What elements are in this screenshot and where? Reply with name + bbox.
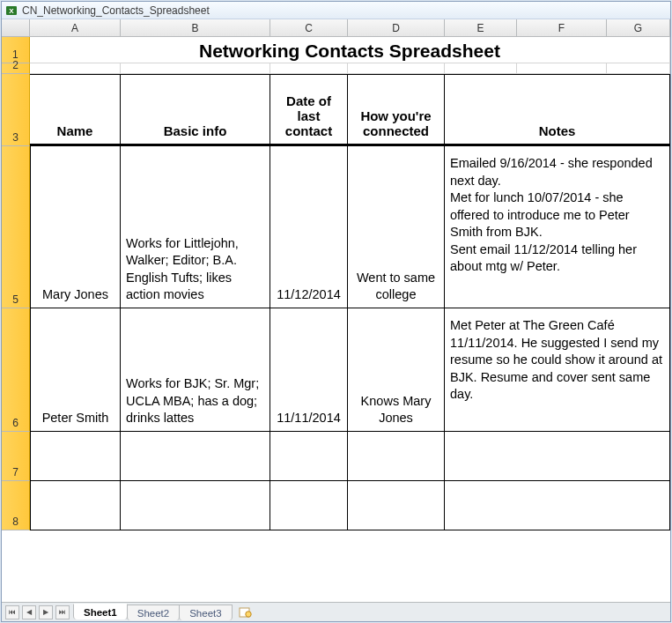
- prev-sheet-button[interactable]: ◀: [22, 605, 36, 619]
- col-header-E[interactable]: E: [445, 19, 517, 36]
- select-all-corner[interactable]: [2, 19, 30, 36]
- sheet-tab-bar: ⏮ ◀ ▶ ⏭ Sheet1 Sheet2 Sheet3: [2, 602, 670, 621]
- svg-point-3: [245, 611, 250, 616]
- spreadsheet-grid[interactable]: A B C D E F G 1 Networking Contacts Spre…: [2, 19, 670, 602]
- cell-EFG7[interactable]: [445, 432, 670, 481]
- cell-F2[interactable]: [517, 63, 607, 74]
- last-sheet-button[interactable]: ⏭: [55, 605, 70, 619]
- cell-name-1[interactable]: Peter Smith: [30, 308, 121, 432]
- tab-sheet3[interactable]: Sheet3: [179, 604, 232, 620]
- svg-text:X: X: [9, 7, 14, 15]
- tab-sheet1[interactable]: Sheet1: [73, 604, 128, 619]
- cell-date-0[interactable]: 11/12/2014: [270, 146, 348, 308]
- new-sheet-button[interactable]: [237, 606, 255, 619]
- row-1: 1 Networking Contacts Spreadsheet: [2, 37, 670, 63]
- cell-connected-1[interactable]: Knows Mary Jones: [348, 308, 445, 432]
- cell-D7[interactable]: [348, 432, 445, 481]
- col-header-G[interactable]: G: [607, 19, 670, 36]
- row-2: 2: [2, 63, 670, 74]
- cell-C8[interactable]: [270, 481, 348, 530]
- cell-EFG8[interactable]: [445, 481, 670, 530]
- cell-D2[interactable]: [348, 63, 445, 74]
- cell-A2[interactable]: [30, 63, 121, 74]
- title-cell[interactable]: Networking Contacts Spreadsheet: [30, 37, 670, 63]
- header-notes[interactable]: Notes: [445, 74, 670, 146]
- row-7: 7: [2, 432, 670, 481]
- col-header-F[interactable]: F: [517, 19, 607, 36]
- col-header-A[interactable]: A: [30, 19, 121, 36]
- row-5: 5 Mary Jones Works for Littlejohn, Walke…: [2, 146, 670, 308]
- excel-icon: X: [5, 4, 18, 17]
- col-header-B[interactable]: B: [121, 19, 270, 36]
- row-header-3[interactable]: 3: [2, 74, 30, 146]
- row-8: 8: [2, 481, 670, 530]
- cell-A7[interactable]: [30, 432, 121, 481]
- tab-sheet2[interactable]: Sheet2: [127, 604, 180, 620]
- row-header-5[interactable]: 5: [2, 146, 30, 308]
- row-header-8[interactable]: 8: [2, 481, 30, 530]
- row-header-2[interactable]: 2: [2, 63, 30, 74]
- row-6: 6 Peter Smith Works for BJK; Sr. Mgr; UC…: [2, 308, 670, 432]
- col-header-C[interactable]: C: [270, 19, 348, 36]
- cell-C7[interactable]: [270, 432, 348, 481]
- cell-notes-1[interactable]: Met Peter at The Green Café 11/11/2014. …: [445, 308, 670, 432]
- first-sheet-button[interactable]: ⏮: [5, 605, 19, 619]
- cell-B2[interactable]: [121, 63, 270, 74]
- window-title: CN_Networking_Contacts_Spreadsheet: [22, 4, 210, 17]
- grid-rows: 1 Networking Contacts Spreadsheet 2 3 Na…: [2, 37, 670, 602]
- row-header-7[interactable]: 7: [2, 432, 30, 481]
- col-header-D[interactable]: D: [348, 19, 445, 36]
- next-sheet-button[interactable]: ▶: [39, 605, 53, 619]
- cell-notes-0[interactable]: Emailed 9/16/2014 - she responded next d…: [445, 146, 670, 308]
- titlebar: X CN_Networking_Contacts_Spreadsheet: [2, 2, 670, 19]
- sheet-nav-buttons: ⏮ ◀ ▶ ⏭: [2, 605, 73, 619]
- header-name[interactable]: Name: [30, 74, 121, 146]
- cell-basicinfo-1[interactable]: Works for BJK; Sr. Mgr; UCLA MBA; has a …: [121, 308, 270, 432]
- cell-B8[interactable]: [121, 481, 270, 530]
- cell-name-0[interactable]: Mary Jones: [30, 146, 121, 308]
- header-connected[interactable]: How you're connected: [348, 74, 445, 146]
- column-headers: A B C D E F G: [2, 19, 670, 37]
- excel-window: X CN_Networking_Contacts_Spreadsheet A B…: [1, 1, 671, 622]
- header-basic-info[interactable]: Basic info: [121, 74, 270, 146]
- cell-connected-0[interactable]: Went to same college: [348, 146, 445, 308]
- cell-E2[interactable]: [445, 63, 517, 74]
- row-header-6[interactable]: 6: [2, 308, 30, 432]
- cell-C2[interactable]: [270, 63, 348, 74]
- cell-A8[interactable]: [30, 481, 121, 530]
- cell-G2[interactable]: [607, 63, 670, 74]
- cell-D8[interactable]: [348, 481, 445, 530]
- cell-B7[interactable]: [121, 432, 270, 481]
- cell-date-1[interactable]: 11/11/2014: [270, 308, 348, 432]
- row-3: 3 Name Basic info Date of last contact H…: [2, 74, 670, 146]
- header-date[interactable]: Date of last contact: [270, 74, 348, 146]
- cell-basicinfo-0[interactable]: Works for Littlejohn, Walker; Editor; B.…: [121, 146, 270, 308]
